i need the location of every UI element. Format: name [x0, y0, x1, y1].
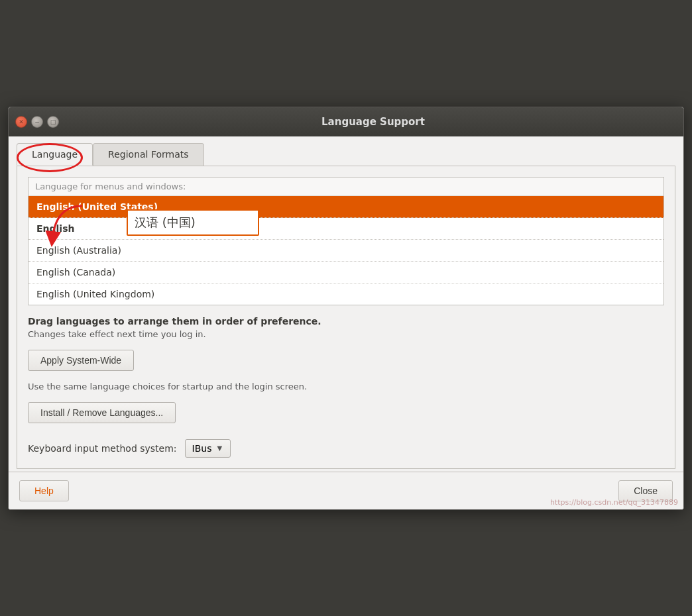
close-icon: ✕: [19, 119, 24, 125]
install-remove-button[interactable]: Install / Remove Languages...: [28, 402, 176, 423]
use-same-lang-text: Use the same language choices for startu…: [28, 382, 664, 391]
language-item-english-ca[interactable]: English (Canada): [29, 262, 663, 283]
minimize-window-button[interactable]: −: [31, 116, 43, 128]
close-window-button[interactable]: ✕: [15, 116, 27, 128]
tab-language[interactable]: Language: [17, 143, 93, 166]
annotation-arrow: [42, 203, 95, 262]
window-controls: ✕ − □: [15, 116, 59, 128]
language-list-header: Language for menus and windows:: [29, 178, 663, 196]
apply-system-wide-button[interactable]: Apply System-Wide: [28, 350, 134, 371]
help-button[interactable]: Help: [19, 480, 69, 501]
tab-bar: Language Regional Formats: [9, 136, 683, 166]
language-item-english[interactable]: English: [29, 218, 663, 240]
ibus-dropdown[interactable]: IBus ▼: [185, 439, 231, 458]
maximize-window-button[interactable]: □: [47, 116, 59, 128]
tab-regional-formats[interactable]: Regional Formats: [93, 143, 203, 166]
tab-language-content: Language for menus and windows: 汉语 (中国) …: [17, 166, 675, 469]
tab-area: Language Regional Formats: [9, 136, 683, 469]
maximize-icon: □: [50, 119, 56, 125]
titlebar: ✕ − □ Language Support: [9, 107, 683, 136]
chinese-input-overlay[interactable]: 汉语 (中国): [127, 209, 259, 236]
language-item-english-au[interactable]: English (Australia): [29, 240, 663, 262]
language-list-container: Language for menus and windows: 汉语 (中国) …: [28, 177, 664, 305]
drag-hint-sub: Changes take effect next time you log in…: [28, 329, 664, 339]
language-list: English (United States) English English …: [29, 196, 663, 305]
ibus-value: IBus: [192, 443, 212, 454]
bottom-bar: Help Close https://blog.csdn.net/qq_3134…: [9, 472, 683, 509]
language-item-english-uk[interactable]: English (United Kingdom): [29, 283, 663, 305]
language-support-window: ✕ − □ Language Support Language Regional…: [8, 107, 684, 510]
keyboard-input-row: Keyboard input method system: IBus ▼: [28, 439, 664, 458]
drag-hint-bold: Drag languages to arrange them in order …: [28, 316, 664, 327]
keyboard-label: Keyboard input method system:: [28, 443, 177, 454]
dropdown-arrow-icon: ▼: [217, 444, 222, 452]
watermark: https://blog.csdn.net/qq_31347889: [550, 498, 678, 507]
window-body: Language Regional Formats: [9, 136, 683, 509]
minimize-icon: −: [34, 119, 40, 125]
language-item-english-us[interactable]: English (United States): [29, 196, 663, 218]
window-title: Language Support: [70, 116, 677, 128]
